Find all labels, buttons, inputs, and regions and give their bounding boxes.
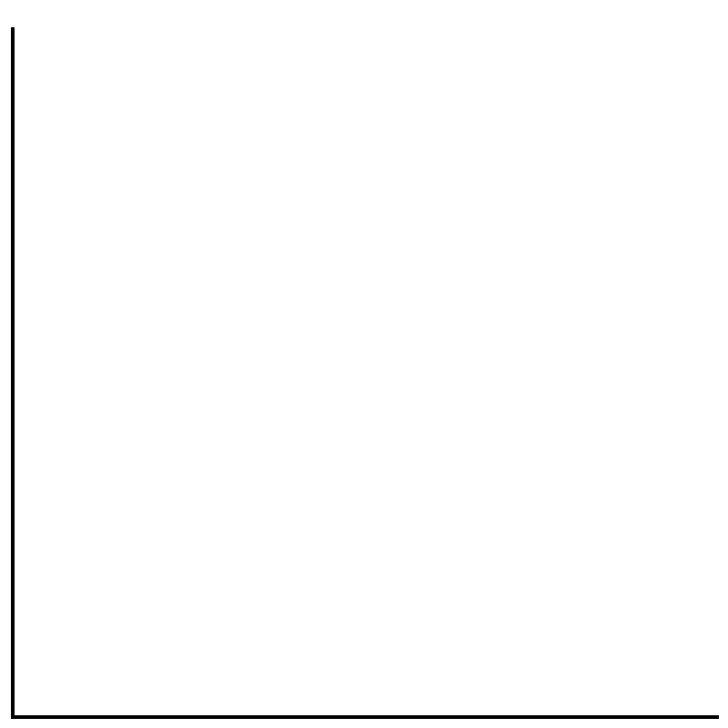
chart-plot-area [11,27,719,719]
gradient-background [15,27,719,715]
svg-rect-0 [15,27,719,715]
